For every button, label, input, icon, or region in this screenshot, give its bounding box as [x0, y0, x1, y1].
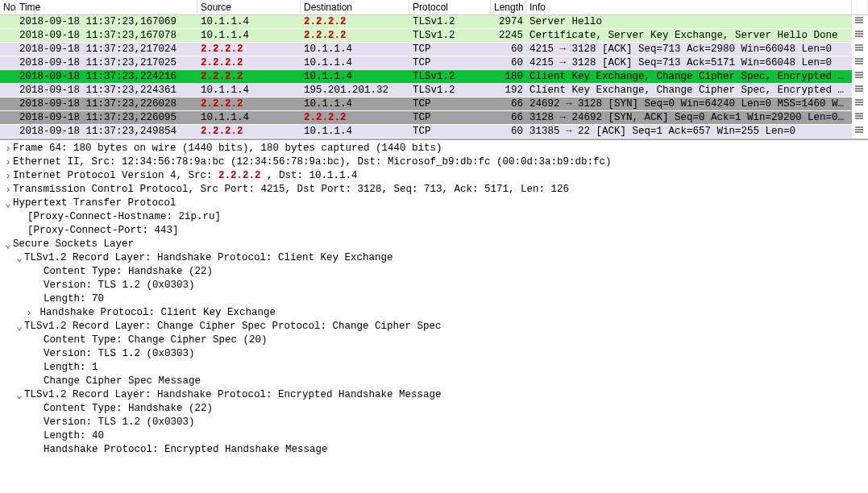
col-len[interactable]: Length [491, 0, 526, 14]
tree-row[interactable]: ›Internet Protocol Version 4, Src: 2.2.2… [0, 169, 868, 183]
tree-row[interactable]: Content Type: Handshake (22) [0, 265, 868, 279]
handshake-protocol: Handshake Protocol: Client Key Exchange [40, 307, 276, 318]
packet-row[interactable]: 2018-09-18 11:37:23,2260282.2.2.210.1.1.… [0, 97, 868, 111]
minimap-cell [852, 43, 868, 56]
minimap-cell [852, 111, 868, 124]
tree-row[interactable]: [Proxy-Connect-Hostname: 2ip.ru] [0, 210, 868, 224]
minimap-cell [852, 56, 868, 69]
ip-summary-post: , Dst: 10.1.1.4 [261, 170, 358, 181]
tree-row[interactable]: ›Ethernet II, Src: 12:34:56:78:9a:bc (12… [0, 155, 868, 169]
tree-row[interactable]: Length: 70 [0, 292, 868, 306]
chevron-right-icon[interactable]: › [3, 170, 13, 184]
eth-summary: Ethernet II, Src: 12:34:56:78:9a:bc (12:… [13, 156, 612, 168]
tls-record: TLSv1.2 Record Layer: Handshake Protocol… [24, 252, 393, 263]
tcp-summary: Transmission Control Protocol, Src Port:… [13, 184, 569, 195]
minimap-cell [852, 97, 868, 110]
tree-row[interactable]: Content Type: Change Cipher Spec (20) [0, 334, 868, 347]
packet-row[interactable]: 2018-09-18 11:37:23,2170242.2.2.210.1.1.… [0, 43, 868, 56]
tree-row[interactable]: ⌄TLSv1.2 Record Layer: Handshake Protoco… [0, 388, 868, 402]
http-summary: Hypertext Transfer Protocol [13, 197, 177, 209]
tree-row[interactable]: › Handshake Protocol: Client Key Exchang… [0, 306, 868, 320]
tree-row[interactable]: ⌄TLSv1.2 Record Layer: Handshake Protoco… [0, 251, 868, 265]
col-minimap [852, 0, 868, 14]
packet-row[interactable]: 2018-09-18 11:37:23,2242162.2.2.210.1.1.… [0, 70, 868, 84]
minimap-cell [852, 70, 868, 83]
ip-summary-pre: Internet Protocol Version 4, Src: [13, 170, 218, 181]
packet-row[interactable]: 2018-09-18 11:37:23,16707810.1.1.42.2.2.… [0, 29, 868, 43]
tree-row[interactable]: Change Cipher Spec Message [0, 375, 868, 388]
packet-row[interactable]: 2018-09-18 11:37:23,16706910.1.1.42.2.2.… [0, 15, 868, 29]
tree-row[interactable]: Length: 1 [0, 361, 868, 375]
chevron-right-icon[interactable]: › [3, 156, 13, 170]
chevron-down-icon[interactable]: ⌄ [3, 238, 13, 252]
tree-row[interactable]: Version: TLS 1.2 (0x0303) [0, 279, 868, 292]
chevron-right-icon[interactable]: › [24, 307, 34, 321]
col-prot[interactable]: Protocol [409, 0, 491, 14]
col-dst[interactable]: Destination [301, 0, 409, 14]
chevron-right-icon[interactable]: › [3, 143, 13, 156]
tree-row[interactable]: Version: TLS 1.2 (0x0303) [0, 416, 868, 429]
tree-row[interactable]: Handshake Protocol: Encrypted Handshake … [0, 443, 868, 457]
packet-list[interactable]: No. Time Source Destination Protocol Len… [0, 0, 868, 140]
tree-row[interactable]: ⌄TLSv1.2 Record Layer: Change Cipher Spe… [0, 320, 868, 334]
packet-details[interactable]: ›Frame 64: 180 bytes on wire (1440 bits)… [0, 140, 868, 493]
minimap-cell [852, 125, 868, 138]
frame-summary: Frame 64: 180 bytes on wire (1440 bits),… [13, 143, 442, 154]
packet-row[interactable]: 2018-09-18 11:37:23,22436110.1.1.4195.20… [0, 84, 868, 97]
packet-row[interactable]: 2018-09-18 11:37:23,2170252.2.2.210.1.1.… [0, 56, 868, 70]
minimap-cell [852, 84, 868, 97]
chevron-down-icon[interactable]: ⌄ [15, 389, 24, 403]
col-no[interactable]: No. [0, 0, 16, 14]
col-info[interactable]: Info [526, 0, 852, 14]
col-src[interactable]: Source [197, 0, 301, 14]
column-header-row[interactable]: No. Time Source Destination Protocol Len… [0, 0, 868, 15]
packet-row[interactable]: 2018-09-18 11:37:23,2498542.2.2.210.1.1.… [0, 125, 868, 139]
tree-row[interactable]: Length: 40 [0, 429, 868, 443]
tls-record: TLSv1.2 Record Layer: Handshake Protocol… [24, 389, 442, 400]
ip-src: 2.2.2.2 [218, 170, 261, 181]
chevron-down-icon[interactable]: ⌄ [15, 252, 24, 266]
tree-row[interactable]: ⌄Hypertext Transfer Protocol [0, 197, 868, 210]
chevron-down-icon[interactable]: ⌄ [15, 321, 24, 334]
col-time[interactable]: Time [16, 0, 197, 14]
tls-record: TLSv1.2 Record Layer: Change Cipher Spec… [24, 321, 442, 332]
tree-row[interactable]: Content Type: Handshake (22) [0, 402, 868, 416]
tree-row[interactable]: ›Frame 64: 180 bytes on wire (1440 bits)… [0, 142, 868, 155]
packet-row[interactable]: 2018-09-18 11:37:23,22609510.1.1.42.2.2.… [0, 111, 868, 125]
tree-row[interactable]: ›Transmission Control Protocol, Src Port… [0, 183, 868, 197]
chevron-down-icon[interactable]: ⌄ [3, 197, 13, 211]
chevron-right-icon[interactable]: › [3, 184, 13, 197]
tree-row[interactable]: Version: TLS 1.2 (0x0303) [0, 347, 868, 361]
tree-row[interactable]: ⌄Secure Sockets Layer [0, 238, 868, 251]
minimap-cell [852, 15, 868, 28]
minimap-cell [852, 29, 868, 42]
tree-row[interactable]: [Proxy-Connect-Port: 443] [0, 224, 868, 238]
ssl-summary: Secure Sockets Layer [13, 238, 134, 250]
